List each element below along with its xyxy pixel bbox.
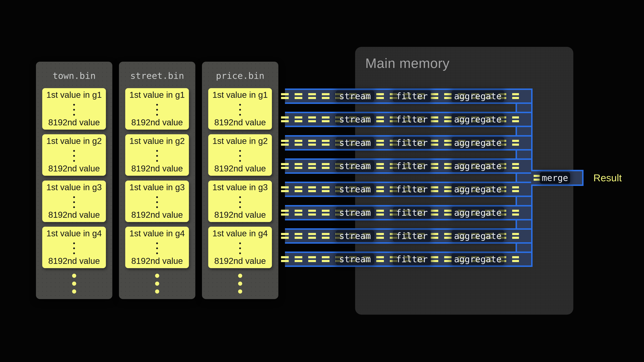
lane-gap-border	[516, 127, 517, 135]
stage-label: aggregate	[454, 208, 502, 217]
stage-box-stream: stream	[336, 230, 374, 242]
result-label: Result	[593, 171, 622, 184]
stage-label: stream	[339, 185, 371, 194]
stage-label: filter	[396, 255, 428, 264]
value-group-box: 1st value in g3 8192nd value	[42, 181, 106, 222]
value-group-box: 1st value in g2 8192nd value	[42, 134, 106, 176]
stage-label: aggregate	[454, 255, 502, 264]
stage-label: stream	[339, 162, 371, 171]
group-first-value: 1st value in g3	[125, 183, 189, 192]
pipeline-lane: stream filter aggregate	[285, 135, 532, 150]
file-panel-street: street.bin 1st value in g1 8192nd value …	[119, 62, 195, 299]
pipeline-spine	[517, 104, 532, 112]
vertical-ellipsis-dots	[239, 150, 241, 152]
merge-band: merge	[531, 170, 584, 186]
group-first-value: 1st value in g4	[42, 229, 106, 238]
stage-box-filter: filter	[393, 207, 431, 218]
stage-label: aggregate	[454, 92, 502, 101]
stage-label: filter	[396, 185, 428, 194]
lane-gap-border	[516, 150, 517, 158]
group-first-value: 1st value in g4	[208, 229, 272, 238]
group-last-value: 8192nd value	[208, 256, 272, 266]
pipeline-lane: stream filter aggregate	[285, 112, 532, 127]
lane-gap-border	[516, 244, 517, 252]
pipeline-spine	[517, 244, 532, 252]
stage-label: aggregate	[454, 139, 502, 147]
stage-box-aggregate: aggregate	[451, 184, 504, 195]
group-first-value: 1st value in g2	[125, 136, 189, 146]
stage-box-stream: stream	[336, 160, 374, 172]
file-panel-town: town.bin 1st value in g1 8192nd value 1s…	[36, 62, 112, 299]
stage-box-aggregate: aggregate	[451, 207, 504, 218]
stage-box-filter: filter	[393, 160, 431, 172]
group-last-value: 8192nd value	[42, 256, 106, 266]
group-last-value: 8192nd value	[208, 164, 272, 173]
stage-box-stream: stream	[336, 207, 374, 218]
lane-gap-border	[516, 220, 517, 228]
stage-box-aggregate: aggregate	[451, 114, 504, 125]
vertical-ellipsis-dots	[156, 104, 158, 106]
group-first-value: 1st value in g2	[42, 136, 106, 146]
vertical-ellipsis-dots	[239, 104, 241, 106]
container-right-border	[531, 88, 532, 171]
stage-box-filter: filter	[393, 230, 431, 242]
stage-label: filter	[396, 232, 428, 240]
stage-label: filter	[396, 92, 428, 101]
value-group-box: 1st value in g4 8192nd value	[42, 227, 106, 268]
stage-label: aggregate	[454, 162, 502, 171]
stage-box-filter: filter	[393, 137, 431, 149]
pipeline-lane: stream filter aggregate	[285, 205, 532, 220]
stage-box-stream: stream	[336, 90, 374, 102]
stage-box-aggregate: aggregate	[451, 230, 504, 242]
value-group-box: 1st value in g2 8192nd value	[208, 134, 272, 176]
value-group-box: 1st value in g1 8192nd value	[125, 88, 189, 130]
stage-label: filter	[396, 162, 428, 171]
more-groups-ellipsis-dots	[238, 274, 242, 278]
merge-label: merge	[542, 174, 568, 182]
vertical-ellipsis-dots	[156, 196, 158, 198]
main-memory-title: Main memory	[365, 54, 450, 72]
group-first-value: 1st value in g3	[42, 183, 106, 192]
group-last-value: 8192nd value	[125, 118, 189, 127]
stage-label: aggregate	[454, 115, 502, 124]
more-groups-ellipsis-dots	[155, 274, 159, 278]
stage-label: stream	[339, 232, 371, 240]
group-last-value: 8192nd value	[125, 256, 189, 266]
stage-box-stream: stream	[336, 114, 374, 125]
pipeline-lane: stream filter aggregate	[285, 158, 532, 174]
stage-box-aggregate: aggregate	[451, 90, 504, 102]
pipeline-lane: stream filter aggregate	[285, 88, 532, 104]
stage-box-filter: filter	[393, 184, 431, 195]
group-last-value: 8192nd value	[42, 118, 106, 127]
group-first-value: 1st value in g2	[208, 136, 272, 146]
value-group-box: 1st value in g3 8192nd value	[208, 181, 272, 222]
stage-box-filter: filter	[393, 114, 431, 125]
group-last-value: 8192nd value	[125, 164, 189, 173]
stage-box-aggregate: aggregate	[451, 137, 504, 149]
vertical-ellipsis-dots	[239, 196, 241, 198]
pipeline-spine	[517, 220, 532, 228]
stage-box-aggregate: aggregate	[451, 160, 504, 172]
group-last-value: 8192nd value	[42, 164, 106, 173]
group-first-value: 1st value in g3	[208, 183, 272, 192]
stage-label: stream	[339, 139, 371, 147]
group-last-value: 8192nd value	[125, 210, 189, 220]
stage-box-filter: filter	[393, 254, 431, 265]
pipeline-spine	[517, 150, 532, 158]
group-first-value: 1st value in g4	[125, 229, 189, 238]
vertical-ellipsis-dots	[156, 242, 158, 244]
stage-box-stream: stream	[336, 137, 374, 149]
vertical-ellipsis-dots	[73, 104, 75, 106]
file-panel-price: price.bin 1st value in g1 8192nd value 1…	[202, 62, 278, 299]
stage-label: stream	[339, 115, 371, 124]
stage-box-filter: filter	[393, 90, 431, 102]
stage-box-stream: stream	[336, 184, 374, 195]
value-group-box: 1st value in g4 8192nd value	[208, 227, 272, 268]
group-last-value: 8192nd value	[42, 210, 106, 220]
merge-box: merge	[540, 172, 570, 184]
file-name: town.bin	[36, 71, 112, 81]
vertical-ellipsis-dots	[73, 150, 75, 152]
pipeline-lane: stream filter aggregate	[285, 182, 532, 197]
vertical-ellipsis-dots	[239, 242, 241, 244]
value-group-box: 1st value in g3 8192nd value	[125, 181, 189, 222]
